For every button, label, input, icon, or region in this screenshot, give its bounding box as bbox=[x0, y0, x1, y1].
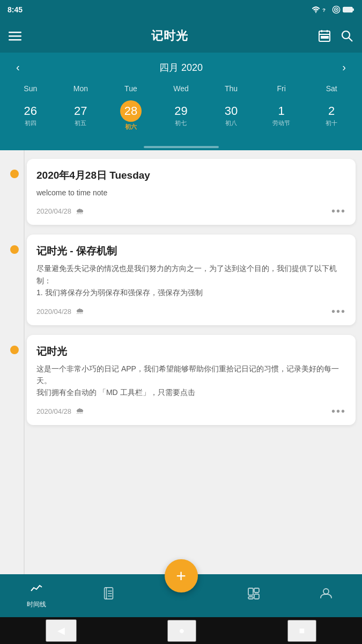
svg-rect-16 bbox=[327, 36, 328, 38]
calendar-day-2[interactable]: 2初十 bbox=[306, 97, 357, 134]
app-title: 记时光 bbox=[151, 28, 188, 44]
svg-rect-25 bbox=[254, 588, 259, 592]
note-footer-2: 2020/04/28🌧••• bbox=[36, 405, 346, 418]
profile-icon bbox=[320, 587, 333, 603]
signal-icon: ? bbox=[322, 6, 330, 13]
svg-point-28 bbox=[323, 589, 329, 594]
svg-text:?: ? bbox=[322, 7, 326, 13]
calendar-icon bbox=[318, 30, 331, 42]
calendar-month-label: 四月 2020 bbox=[159, 61, 203, 74]
menu-button[interactable] bbox=[9, 30, 21, 42]
svg-rect-6 bbox=[352, 9, 353, 11]
note-date-0: 2020/04/28 bbox=[36, 207, 71, 215]
note-meta-1: 2020/04/28🌧 bbox=[36, 306, 84, 316]
app-bar: 记时光 bbox=[0, 19, 362, 53]
hamburger-icon bbox=[9, 30, 21, 42]
calendar-day-30[interactable]: 30初八 bbox=[206, 97, 256, 134]
scroll-indicator bbox=[0, 142, 362, 150]
timeline-entry-1: 记时光 - 保存机制尽量避免丢失记录的情况也是我们努力的方向之一，为了达到这个目… bbox=[27, 235, 356, 325]
recent-button[interactable]: ■ bbox=[287, 620, 317, 642]
themes-icon bbox=[247, 587, 260, 603]
weekday-wed: Wed bbox=[156, 84, 206, 93]
day-number-26: 26 bbox=[24, 104, 37, 118]
note-title-0: 2020年4月28日 Tuesday bbox=[36, 169, 346, 182]
status-icons: ? bbox=[312, 5, 354, 14]
day-lunar-28: 初六 bbox=[125, 123, 137, 131]
svg-rect-8 bbox=[9, 35, 21, 37]
weekday-tue: Tue bbox=[106, 84, 156, 93]
weekday-mon: Mon bbox=[56, 84, 106, 93]
svg-point-0 bbox=[315, 12, 316, 13]
note-card-2: 记时光 这是一个非常小巧的日记 APP，我们希望能够帮助你们重拾记日记的习惯，记… bbox=[27, 335, 356, 425]
timeline-entry-2: 记时光 这是一个非常小巧的日记 APP，我们希望能够帮助你们重拾记日记的习惯，记… bbox=[27, 335, 356, 425]
day-lunar-1: 劳动节 bbox=[272, 119, 290, 127]
timeline-entry-0: 2020年4月28日 Tuesdaywelcome to time note20… bbox=[27, 159, 356, 225]
timeline-dot-1 bbox=[10, 245, 19, 254]
timeline-dot-2 bbox=[10, 346, 19, 354]
profile-svg-icon bbox=[320, 587, 333, 600]
calendar-day-28[interactable]: 28初六 bbox=[106, 97, 156, 134]
back-button[interactable]: ◀ bbox=[46, 619, 77, 642]
nav-timeline[interactable]: 时间线 bbox=[0, 582, 72, 609]
bottom-nav: 时间线 + bbox=[0, 574, 362, 617]
calendar-day-26[interactable]: 26初四 bbox=[5, 97, 56, 134]
home-button[interactable]: ● bbox=[167, 620, 197, 642]
note-body-1: 尽量避免丢失记录的情况也是我们努力的方向之一，为了达到这个目的，我们提供了以下机… bbox=[36, 262, 346, 298]
calendar-header: ‹ 四月 2020 › bbox=[0, 53, 362, 82]
svg-rect-15 bbox=[324, 36, 326, 38]
note-more-button-2[interactable]: ••• bbox=[331, 405, 346, 418]
note-meta-0: 2020/04/28🌧 bbox=[36, 207, 84, 216]
note-title-1: 记时光 - 保存机制 bbox=[36, 244, 346, 258]
fab-plus-icon: + bbox=[176, 566, 186, 586]
target-icon bbox=[332, 5, 341, 14]
timeline-dot-0 bbox=[10, 170, 19, 178]
fab-add-button[interactable]: + bbox=[165, 559, 198, 592]
fab-container: + bbox=[165, 559, 198, 592]
weekday-sat: Sat bbox=[306, 84, 357, 93]
timeline-content: 2020年4月28日 Tuesdaywelcome to time note20… bbox=[0, 150, 362, 574]
svg-rect-9 bbox=[9, 39, 21, 41]
search-icon bbox=[341, 30, 353, 42]
svg-rect-7 bbox=[9, 32, 21, 33]
wifi-icon bbox=[312, 6, 320, 13]
nav-notebook[interactable] bbox=[72, 587, 145, 605]
note-more-button-0[interactable]: ••• bbox=[331, 205, 346, 217]
nav-themes[interactable] bbox=[217, 587, 290, 605]
calendar-day-1[interactable]: 1劳动节 bbox=[256, 97, 307, 134]
calendar-weekdays: Sun Mon Tue Wed Thu Fri Sat bbox=[0, 82, 362, 95]
note-card-1: 记时光 - 保存机制尽量避免丢失记录的情况也是我们努力的方向之一，为了达到这个目… bbox=[27, 235, 356, 325]
note-footer-1: 2020/04/28🌧••• bbox=[36, 305, 346, 318]
note-footer-0: 2020/04/28🌧••• bbox=[36, 205, 346, 217]
notes-container: 2020年4月28日 Tuesdaywelcome to time note20… bbox=[27, 159, 356, 425]
calendar-day-29[interactable]: 29初七 bbox=[156, 97, 206, 134]
status-bar: 8:45 ? bbox=[0, 0, 362, 19]
prev-month-button[interactable]: ‹ bbox=[11, 59, 25, 76]
scroll-indicator-bar bbox=[144, 146, 219, 148]
day-number-27: 27 bbox=[74, 104, 87, 118]
calendar-button[interactable] bbox=[318, 30, 331, 42]
calendar-day-27[interactable]: 27初五 bbox=[56, 97, 106, 134]
note-date-2: 2020/04/28 bbox=[36, 407, 71, 415]
nav-profile[interactable] bbox=[290, 587, 362, 605]
note-more-button-1[interactable]: ••• bbox=[331, 305, 346, 318]
app-bar-icons bbox=[318, 30, 353, 42]
note-emoji-1: 🌧 bbox=[76, 306, 84, 316]
calendar-days: 26初四27初五28初六29初七30初八1劳动节2初十 bbox=[0, 97, 362, 134]
svg-point-4 bbox=[336, 9, 336, 10]
day-number-29: 29 bbox=[174, 104, 187, 118]
day-number-30: 30 bbox=[225, 104, 238, 118]
svg-rect-26 bbox=[254, 594, 259, 599]
status-time: 8:45 bbox=[8, 5, 23, 14]
day-lunar-27: 初五 bbox=[75, 119, 86, 127]
day-lunar-26: 初四 bbox=[25, 119, 36, 127]
timeline-svg-icon bbox=[30, 582, 43, 595]
day-lunar-2: 初十 bbox=[326, 119, 337, 127]
themes-svg-icon bbox=[247, 587, 260, 600]
svg-rect-5 bbox=[343, 7, 352, 12]
note-body-2: 这是一个非常小巧的日记 APP，我们希望能够帮助你们重拾记日记的习惯，记录美好的… bbox=[36, 363, 346, 399]
svg-rect-27 bbox=[248, 597, 253, 599]
next-month-button[interactable]: › bbox=[337, 59, 351, 76]
search-button[interactable] bbox=[341, 30, 353, 42]
note-meta-2: 2020/04/28🌧 bbox=[36, 406, 84, 416]
note-body-0: welcome to time note bbox=[36, 187, 346, 199]
